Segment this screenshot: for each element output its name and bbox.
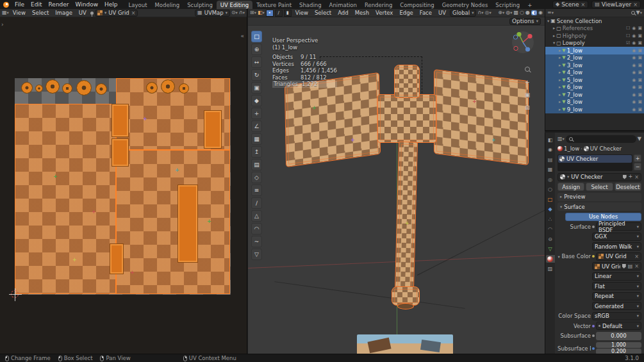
expander-icon[interactable]: ▾ — [553, 40, 555, 45]
tool-extrude-region[interactable]: ↥ — [251, 146, 262, 158]
toggle-ortho-icon[interactable]: ⊞ — [524, 104, 531, 111]
tool-smooth[interactable]: ~ — [251, 236, 262, 247]
remove-texture-icon[interactable]: × — [634, 254, 639, 259]
workspace-tab-uv-editing[interactable]: UV Editing — [217, 1, 252, 9]
expander-icon[interactable]: ▸ — [559, 107, 561, 112]
snap-magnet-icon[interactable]: ∩▾ — [239, 10, 245, 15]
shading-rendered-icon[interactable]: ◉ — [538, 10, 543, 15]
hammer-base-ring[interactable] — [397, 303, 414, 309]
tab-view-layer[interactable]: ▦ — [546, 166, 555, 174]
remove-slot-button[interactable]: − — [634, 163, 641, 170]
workspace-tab-add[interactable]: + — [524, 1, 536, 9]
uv-selected-island[interactable] — [110, 243, 124, 274]
surface-shader-dropdown[interactable]: Principled BSDF ▾ — [596, 222, 641, 231]
uv-island[interactable] — [15, 104, 116, 294]
menu-render[interactable]: Render — [45, 0, 72, 9]
image-browse-icon[interactable] — [97, 10, 103, 15]
vector-dropdown[interactable]: Default ▾ — [596, 322, 641, 330]
unlink-image-icon[interactable]: × — [634, 263, 639, 269]
image-browse-icon[interactable] — [595, 264, 600, 269]
vp-menu-edge[interactable]: Edge — [397, 10, 415, 16]
tool-cursor[interactable]: ⊕ — [251, 44, 262, 55]
uv-gear-island[interactable] — [76, 80, 92, 95]
image-browse-arrow-icon[interactable]: ▾ — [104, 10, 106, 15]
outliner-search-icon[interactable] — [631, 11, 635, 15]
workspace-tab-animation[interactable]: Animation — [326, 1, 361, 9]
toggle-xray-icon[interactable]: ▩ — [514, 10, 519, 15]
expander-icon[interactable]: ▾ — [547, 19, 549, 24]
tab-material[interactable] — [546, 255, 555, 263]
exclude-checkbox-icon[interactable]: ☑ — [626, 40, 630, 45]
image-unlink-icon[interactable]: × — [131, 10, 136, 16]
edit-mode-icon[interactable]: ◧▾ — [258, 10, 265, 15]
properties-filter-icon[interactable]: ▼ — [638, 136, 641, 142]
exclude-checkbox-icon[interactable]: ☐ — [626, 26, 630, 31]
new-material-icon[interactable]: + — [629, 174, 633, 179]
menu-help[interactable]: Help — [101, 0, 121, 9]
hide-eye-icon[interactable]: ◉ — [632, 99, 636, 104]
outliner-row-object[interactable]: ▸ ▼ 5_low ◉▣ — [545, 76, 644, 84]
tool-scale[interactable]: ▣ — [251, 82, 262, 94]
tool-poly-build[interactable]: △ — [251, 210, 262, 222]
toolbar-expand-icon[interactable]: › — [1, 21, 4, 28]
outliner-row-scene-collection[interactable]: ▾ ▣ Scene Collection — [545, 17, 644, 25]
color-space-dropdown[interactable]: sRGB ▾ — [592, 312, 641, 320]
vp-menu-add[interactable]: Add — [335, 10, 351, 16]
tab-output[interactable]: ▤ — [546, 156, 555, 163]
outliner-row-object[interactable]: ▸ ▼ 4_low ◉▣ — [545, 69, 644, 77]
camera-visibility-icon[interactable]: ▣ — [638, 85, 642, 90]
expander-icon[interactable]: ▸ — [559, 63, 561, 68]
distribution-dropdown[interactable]: GGX ▾ — [592, 233, 641, 241]
blender-logo-icon[interactable] — [3, 2, 9, 8]
material-browse-icon[interactable] — [560, 174, 565, 179]
outliner-row-object[interactable]: ▸ ▼ 6_low ◉▣ — [545, 84, 644, 92]
pan-hand-icon[interactable]: + — [524, 78, 531, 86]
assign-button[interactable]: Assign — [557, 183, 584, 191]
uv-gear-island[interactable] — [45, 79, 60, 94]
expander-icon[interactable]: ▸ — [559, 70, 561, 75]
tab-object-data[interactable]: ▽ — [546, 245, 555, 253]
source-dropdown[interactable]: Generated ▾ — [592, 302, 641, 310]
expander-icon[interactable]: ▸ — [559, 78, 561, 83]
hide-eye-icon[interactable]: ◉ — [632, 40, 636, 45]
expander-icon[interactable]: ▸ — [559, 48, 561, 53]
projection-dropdown[interactable]: Flat ▾ — [592, 282, 641, 290]
menu-window[interactable]: Window — [72, 0, 102, 9]
menu-file[interactable]: File — [12, 0, 28, 9]
tab-object[interactable]: □ — [546, 195, 555, 203]
tab-texture[interactable]: ▨ — [546, 265, 555, 273]
tab-world[interactable]: ○ — [546, 186, 555, 193]
pin-image-icon[interactable] — [90, 12, 94, 15]
face-select-mode-button[interactable]: ▮ — [284, 10, 292, 17]
uv-gear-island[interactable] — [179, 83, 189, 94]
tab-constraints[interactable]: ⊖ — [546, 235, 555, 243]
workspace-tab-shading[interactable]: Shading — [295, 1, 326, 9]
select-button[interactable]: Select — [586, 183, 613, 191]
reference-image[interactable] — [357, 334, 453, 354]
subsurface-slider[interactable]: 0.000 — [596, 332, 641, 340]
uv-gear-island[interactable] — [21, 82, 33, 94]
tab-scene[interactable]: ◎ — [546, 176, 555, 183]
uv-selected-island[interactable] — [111, 104, 129, 137]
expander-icon[interactable]: ▸ — [559, 92, 561, 97]
tool-rotate[interactable]: ↻ — [251, 69, 262, 81]
tool-measure[interactable]: ∠ — [251, 120, 262, 132]
outliner-row-highpoly[interactable]: ▸ ▢ Highpoly ☐◉▣ — [545, 32, 644, 40]
viewport-editor-type-icon[interactable]: ⊞▾ — [250, 10, 256, 15]
camera-visibility-icon[interactable]: ▣ — [638, 55, 642, 60]
preview-panel-header[interactable]: ▸ Preview — [557, 193, 641, 201]
image-fake-user-icon[interactable] — [622, 264, 626, 268]
material-browse-arrow-icon[interactable]: ▾ — [567, 174, 569, 179]
hammer-hub[interactable] — [377, 94, 436, 143]
camera-visibility-icon[interactable]: ▣ — [638, 33, 642, 38]
uv-menu-view[interactable]: View — [10, 10, 28, 16]
viewport-canvas[interactable]: □ ⊕ ↔ ↻ ▣ ◆ + ∠ ▦ ↥ ▤ ◇ ≡ ∕ △ ◠ ~ ▽ — [248, 26, 545, 354]
camera-visibility-icon[interactable]: ▣ — [638, 107, 642, 112]
workspace-tab-sculpting[interactable]: Sculpting — [183, 1, 217, 9]
hide-eye-icon[interactable]: ◉ — [632, 70, 636, 75]
hide-eye-icon[interactable]: ◉ — [632, 107, 636, 112]
radius-x-slider[interactable]: 1.000 — [596, 342, 641, 348]
camera-visibility-icon[interactable]: ▣ — [638, 99, 642, 104]
navigation-gizmo[interactable] — [511, 31, 534, 54]
scene-selector[interactable]: ◆ Scene × — [552, 1, 588, 8]
